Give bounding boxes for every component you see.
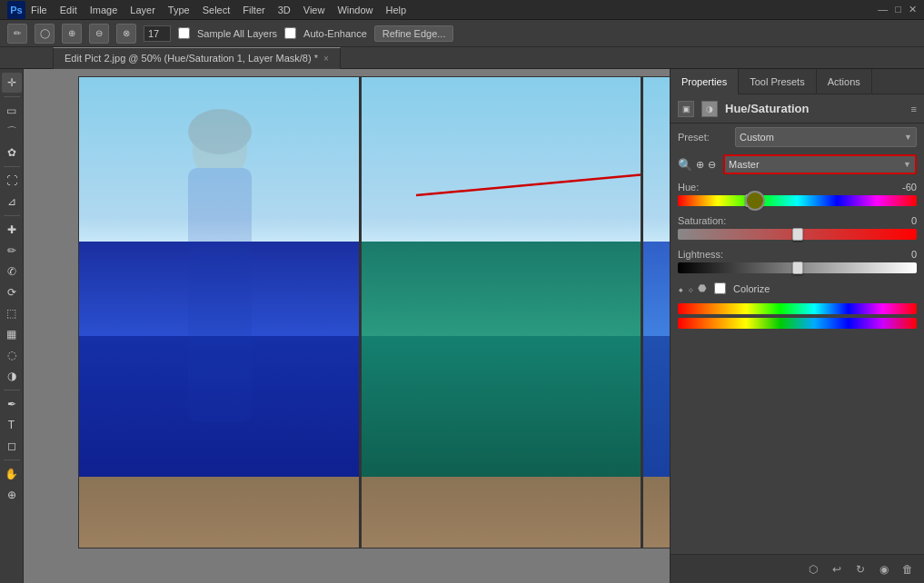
menu-image[interactable]: Image <box>90 5 118 15</box>
svg-point-2 <box>188 109 252 154</box>
ps-logo: Ps <box>7 1 25 19</box>
eyedropper3-icon[interactable]: ⊖ <box>708 159 716 171</box>
tool-blur[interactable]: ◌ <box>2 345 22 365</box>
tool-mode3-icon[interactable]: ⊗ <box>116 24 136 44</box>
menu-file[interactable]: File <box>31 5 47 15</box>
tab-tool-presets[interactable]: Tool Presets <box>739 69 817 94</box>
options-bar: ✏ ◯ ⊕ ⊖ ⊗ Sample All Layers Auto-Enhance… <box>0 20 924 47</box>
tab-close-btn[interactable]: × <box>323 54 329 64</box>
lightness-section: Lightness: 0 <box>671 245 924 279</box>
colorize-checkbox[interactable] <box>714 282 726 294</box>
delete-layer-icon[interactable]: 🗑 <box>899 560 917 578</box>
reset-icon[interactable]: ↻ <box>851 560 869 578</box>
hue-thumb[interactable] <box>745 194 756 207</box>
tool-eyedropper[interactable]: ⊿ <box>2 192 22 212</box>
color-bars <box>671 298 924 334</box>
menu-layer[interactable]: Layer <box>130 5 155 15</box>
color-sample2-icon[interactable]: ⬦ <box>688 283 694 294</box>
menu-edit[interactable]: Edit <box>60 5 77 15</box>
panel-icons: ≡ <box>911 104 917 114</box>
close-btn[interactable]: ✕ <box>909 4 917 15</box>
adjustment-icon: ◑ <box>701 101 718 117</box>
tool-type[interactable]: T <box>2 415 22 435</box>
canvas-area[interactable] <box>24 69 670 583</box>
preset-row: Preset: Custom ▼ <box>671 124 924 151</box>
lightness-header: Lightness: 0 <box>678 249 917 260</box>
tool-mode2-icon[interactable]: ⊖ <box>89 24 109 44</box>
tool-eraser[interactable]: ⬚ <box>2 303 22 323</box>
tool-mode1-icon[interactable]: ⊕ <box>62 24 82 44</box>
preset-label: Preset: <box>678 132 728 143</box>
sample-all-layers-checkbox[interactable] <box>178 27 190 39</box>
toolbar-divider-1 <box>4 96 20 97</box>
panel-menu-icon[interactable]: ≡ <box>911 104 917 114</box>
auto-enhance-checkbox[interactable] <box>284 27 296 39</box>
document-tab[interactable]: Edit Pict 2.jpg @ 50% (Hue/Saturation 1,… <box>53 47 341 69</box>
clip-to-layer-icon[interactable]: ⬡ <box>804 560 822 578</box>
lightness-track[interactable] <box>678 262 917 273</box>
color-sample1-icon[interactable]: ⬥ <box>678 283 684 294</box>
tab-properties[interactable]: Properties <box>671 69 739 94</box>
tool-eraser-icon[interactable]: ◯ <box>35 24 55 44</box>
color-bar-source <box>678 303 917 314</box>
eyedropper-row: 🔍 ⊕ ⊖ Master ▼ <box>671 151 924 178</box>
menu-select[interactable]: Select <box>203 5 231 15</box>
toolbar-divider-2 <box>4 166 20 167</box>
tool-gradient[interactable]: ▦ <box>2 324 22 344</box>
tool-brush-icon[interactable]: ✏ <box>7 24 27 44</box>
previous-state-icon[interactable]: ↩ <box>828 560 846 578</box>
maximize-btn[interactable]: □ <box>895 4 901 15</box>
saturation-track[interactable] <box>678 229 917 240</box>
refine-edge-button[interactable]: Refine Edge... <box>374 25 454 42</box>
panel-footer: ⬡ ↩ ↻ ◉ 🗑 <box>671 554 924 583</box>
eyedropper1-icon[interactable]: 🔍 <box>678 158 692 172</box>
colorize-row: ⬥ ⬦ ⬣ Colorize <box>671 279 924 298</box>
menu-view[interactable]: View <box>303 5 325 15</box>
menu-help[interactable]: Help <box>386 5 407 15</box>
tool-zoom[interactable]: ⊕ <box>2 485 22 505</box>
tool-hand[interactable]: ✋ <box>2 464 22 484</box>
saturation-value: 0 <box>889 215 917 226</box>
window-controls: — □ ✕ <box>878 4 917 15</box>
title-bar: Ps File Edit Image Layer Type Select Fil… <box>0 0 924 20</box>
tool-brush[interactable]: ✏ <box>2 241 22 261</box>
preset-dropdown[interactable]: Custom ▼ <box>735 127 917 147</box>
tool-path[interactable]: ✒ <box>2 394 22 414</box>
toggle-visibility-icon[interactable]: ◉ <box>875 560 893 578</box>
brush-size-input[interactable] <box>144 25 171 42</box>
menu-window[interactable]: Window <box>337 5 373 15</box>
photo-teal <box>362 77 641 548</box>
tool-select-rect[interactable]: ▭ <box>2 101 22 121</box>
tab-actions[interactable]: Actions <box>817 69 872 94</box>
tab-bar: Edit Pict 2.jpg @ 50% (Hue/Saturation 1,… <box>0 47 924 69</box>
tool-healing[interactable]: ✚ <box>2 220 22 240</box>
hue-section: Hue: -60 <box>671 178 924 212</box>
tool-quick-select[interactable]: ✿ <box>2 143 22 163</box>
tool-clone[interactable]: ✆ <box>2 262 22 282</box>
tool-move[interactable]: ✛ <box>2 73 22 93</box>
tab-filename: Edit Pict 2.jpg @ 50% (Hue/Saturation 1,… <box>65 53 318 64</box>
svg-rect-1 <box>188 168 252 422</box>
tool-history-brush[interactable]: ⟳ <box>2 282 22 302</box>
auto-enhance-label: Auto-Enhance <box>303 28 367 39</box>
saturation-thumb[interactable] <box>792 228 803 241</box>
menu-bar: File Edit Image Layer Type Select Filter… <box>31 5 406 15</box>
hue-label: Hue: <box>678 182 728 193</box>
color-bar-result <box>678 318 917 329</box>
left-toolbar: ✛ ▭ ⌒ ✿ ⛶ ⊿ ✚ ✏ ✆ ⟳ ⬚ ▦ ◌ ◑ ✒ T ◻ ✋ ⊕ <box>0 69 24 583</box>
colorize-label: Colorize <box>733 283 770 294</box>
tool-crop[interactable]: ⛶ <box>2 171 22 191</box>
menu-type[interactable]: Type <box>168 5 190 15</box>
tool-lasso[interactable]: ⌒ <box>2 122 22 142</box>
minimize-btn[interactable]: — <box>878 4 888 15</box>
tool-shape[interactable]: ◻ <box>2 436 22 456</box>
lightness-thumb[interactable] <box>792 262 803 274</box>
tool-dodge[interactable]: ◑ <box>2 366 22 386</box>
channel-dropdown[interactable]: Master ▼ <box>723 154 917 174</box>
hue-track[interactable] <box>678 195 917 206</box>
color-sample3-icon[interactable]: ⬣ <box>698 282 707 294</box>
eyedropper2-icon[interactable]: ⊕ <box>696 159 704 171</box>
lightness-label: Lightness: <box>678 249 728 260</box>
menu-filter[interactable]: Filter <box>243 5 264 15</box>
menu-3d[interactable]: 3D <box>278 5 291 15</box>
